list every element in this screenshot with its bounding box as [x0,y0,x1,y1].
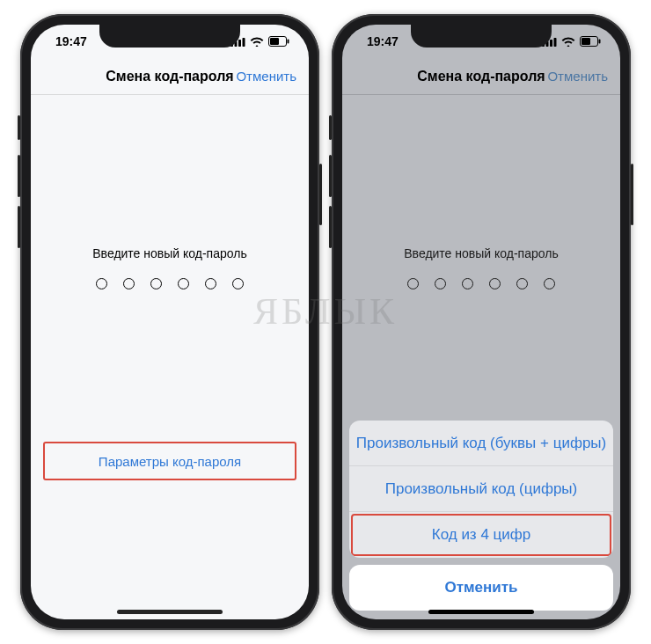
nav-bar: Смена код-пароля Отменить [342,58,620,95]
wifi-icon [250,37,264,47]
content-area: Введите новый код-пароль Параметры код-п… [31,95,309,619]
passcode-dot [232,278,244,289]
svg-rect-3 [243,38,245,47]
nav-cancel-button[interactable]: Отменить [236,58,296,94]
passcode-dot [123,278,135,289]
notch [99,25,240,48]
passcode-dot [178,278,189,289]
nav-title: Смена код-пароля [106,69,233,84]
action-sheet-cancel[interactable]: Отменить [349,565,613,611]
svg-rect-5 [270,38,279,45]
wifi-icon [561,37,575,47]
passcode-dot [435,278,446,289]
svg-rect-6 [288,40,289,44]
nav-title: Смена код-пароля [417,69,545,84]
home-indicator[interactable] [117,610,223,614]
passcode-prompt: Введите новый код-пароль [31,246,309,260]
svg-rect-10 [554,38,557,47]
passcode-dot [516,278,528,289]
status-icons [542,36,601,47]
battery-icon [580,36,601,47]
action-sheet: Произвольный код (буквы + цифры) Произво… [349,421,613,611]
passcode-dots[interactable] [31,278,309,289]
svg-rect-12 [582,38,590,45]
content-area: Введите новый код-пароль Параметры код-п… [342,95,620,619]
notch [411,25,552,48]
passcode-dot [96,278,107,289]
status-icons [230,36,289,47]
passcode-dot [489,278,501,289]
option-numeric[interactable]: Произвольный код (цифры) [349,466,613,512]
phone-frame-right: 19:47 Смена код-пароля Отменить Введите … [332,14,631,630]
nav-bar: Смена код-пароля Отменить [31,58,309,95]
status-time: 19:47 [367,34,399,48]
passcode-dot [544,278,555,289]
home-indicator[interactable] [428,610,534,614]
screen-right: 19:47 Смена код-пароля Отменить Введите … [342,25,620,619]
svg-rect-9 [550,40,552,47]
phone-frame-left: 19:47 Смена код-пароля Отменить Введите … [20,14,319,630]
passcode-dot [150,278,162,289]
passcode-prompt: Введите новый код-пароль [342,246,620,260]
passcode-dot [205,278,216,289]
passcode-dots[interactable] [342,278,620,289]
passcode-dot [462,278,473,289]
option-4-digit[interactable]: Код из 4 цифр [349,512,613,558]
screen-left: 19:47 Смена код-пароля Отменить Введите … [31,25,309,619]
status-time: 19:47 [55,34,87,48]
svg-rect-13 [599,40,601,44]
passcode-options-button[interactable]: Параметры код-пароля [43,442,296,480]
option-alphanumeric[interactable]: Произвольный код (буквы + цифры) [349,421,613,466]
passcode-dot [407,278,419,289]
battery-icon [268,36,289,47]
action-sheet-options: Произвольный код (буквы + цифры) Произво… [349,421,613,558]
nav-cancel-button[interactable]: Отменить [547,58,608,94]
svg-rect-2 [238,40,241,47]
